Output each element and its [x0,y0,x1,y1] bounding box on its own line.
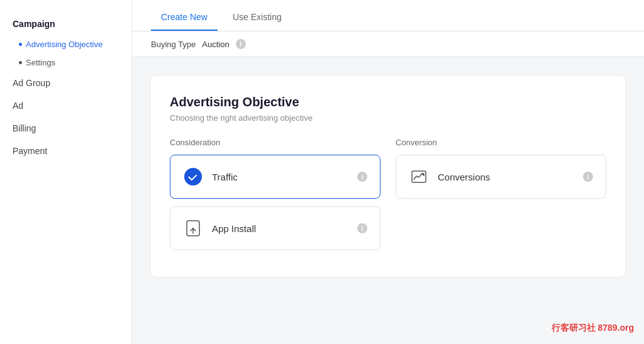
sidebar-item-ad[interactable]: Ad [0,94,131,117]
objectives-layout: Consideration Traffic i [170,138,606,258]
check-circle-icon [184,168,202,186]
consideration-column: Consideration Traffic i [170,138,380,258]
content-area: Advertising Objective Choosing the right… [132,57,644,296]
tab-use-existing[interactable]: Use Existing [223,3,292,31]
traffic-card[interactable]: Traffic i [170,155,380,199]
section-title: Advertising Objective [170,95,606,109]
buying-type-label: Buying Type [151,40,196,49]
section-card: Advertising Objective Choosing the right… [151,76,625,277]
app-install-icon [183,218,203,238]
consideration-label: Consideration [170,138,380,147]
tab-create-new[interactable]: Create New [151,3,218,31]
conversions-icon [409,167,429,187]
section-subtitle: Choosing the right advertising objective [170,113,606,123]
conversion-column: Conversion Conversions i [396,138,606,258]
dot-icon [19,43,22,46]
sidebar-item-billing[interactable]: Billing [0,117,131,140]
conversions-card[interactable]: Conversions i [396,155,606,199]
traffic-selected-icon [183,167,203,187]
sidebar-item-payment[interactable]: Payment [0,140,131,162]
app-install-label: App Install [212,223,348,234]
traffic-info-icon[interactable]: i [357,172,367,182]
sidebar-item-advertising-objective[interactable]: Advertising Objective [0,35,131,53]
traffic-label: Traffic [212,172,348,182]
sidebar-item-campaign[interactable]: Campaign [0,13,131,35]
conversions-label: Conversions [438,172,574,182]
conversion-label: Conversion [396,138,606,147]
main-content: Create New Use Existing Buying Type Auct… [132,0,644,344]
sidebar-item-ad-group[interactable]: Ad Group [0,72,131,94]
tab-bar: Create New Use Existing [132,0,644,31]
sidebar: Campaign Advertising Objective Settings … [0,0,132,344]
dot-icon [19,61,22,64]
app-install-card[interactable]: App Install i [170,206,380,250]
conversions-info-icon[interactable]: i [583,172,593,182]
buying-type-bar: Buying Type Auction i [132,31,644,57]
buying-type-info-icon[interactable]: i [236,39,246,49]
app-install-info-icon[interactable]: i [357,223,367,233]
sidebar-item-settings[interactable]: Settings [0,53,131,72]
buying-type-value: Auction [202,40,229,49]
